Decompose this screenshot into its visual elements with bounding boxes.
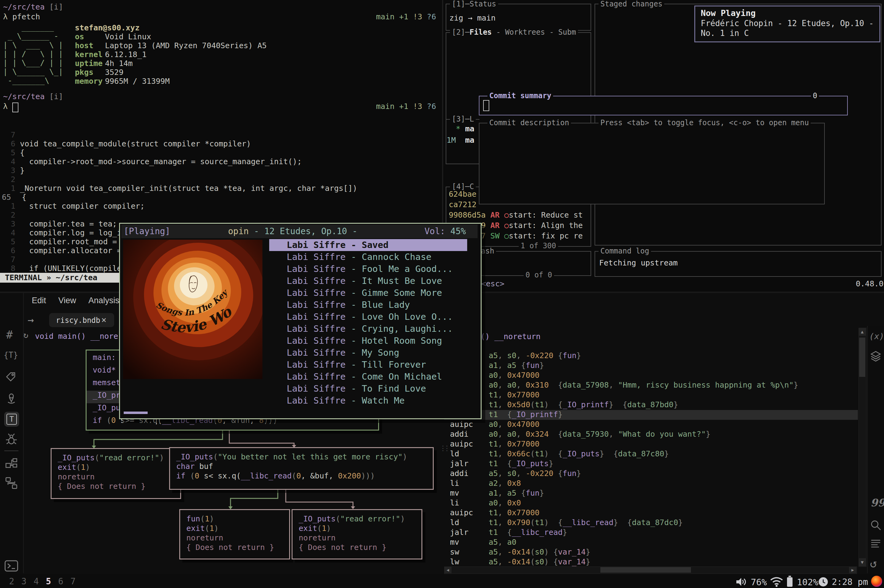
workspace-7[interactable]: 7: [67, 576, 79, 586]
graph-node-line: exit(1): [299, 524, 422, 533]
workspace-5[interactable]: 5: [42, 576, 55, 586]
battery-icon[interactable]: [786, 576, 793, 588]
playlist-track[interactable]: Labi Siffre - Come On Michael: [267, 371, 473, 383]
playlist-track[interactable]: Labi Siffre - My Song: [267, 347, 473, 359]
graph-node-line: fun(1): [186, 514, 289, 524]
commit-description-hint: Press <tab> to toggle focus, <c-o> to op…: [599, 119, 810, 127]
playlist-track[interactable]: Labi Siffre - Blue Lady: [267, 299, 473, 311]
playlist-track[interactable]: Labi Siffre - To Find Love: [267, 383, 473, 394]
notification-line2: No. 1 in C: [701, 28, 749, 38]
commit-summary-title: Commit summary: [488, 92, 553, 100]
graph-node-line: _IO_puts("read error!"): [58, 453, 180, 463]
playlist-track[interactable]: Labi Siffre - Hotel Room Song: [267, 335, 473, 347]
graph-node-line: { Does not return }: [186, 543, 289, 552]
notification-title: Now Playing: [701, 8, 756, 18]
commit-description-title: Commit description: [488, 119, 571, 127]
music-player-window[interactable]: [Playing] opin - 12 Etudes, Op.10 - Vol:…: [119, 223, 482, 419]
playlist-track[interactable]: Labi Siffre - Gimme Some More: [267, 287, 473, 299]
graph-node-line: { Does not return }: [299, 543, 422, 552]
tray-app-icon[interactable]: [871, 576, 882, 587]
graph-node-line: char buf: [176, 462, 433, 471]
player-progress-bar[interactable]: [124, 411, 148, 414]
playlist-track[interactable]: Labi Siffre - It Must Be Love: [267, 275, 473, 287]
commit-description-popup[interactable]: [479, 123, 825, 204]
notification-line1: Frédéric Chopin - 12 Etudes, Op.10 -: [701, 19, 874, 28]
desktop: ~/src/tea [i] λ pfetch main +1 !3 ?6 ___…: [0, 0, 884, 588]
graph-node-line: _IO_puts("You better not let this get mo…: [176, 452, 433, 462]
graph-node-riscy[interactable]: _IO_puts("You better not let this get mo…: [169, 447, 434, 490]
now-playing-notification[interactable]: Now Playing Frédéric Chopin - 12 Etudes,…: [694, 6, 880, 42]
player-state: [Playing]: [124, 226, 170, 236]
playlist-track[interactable]: Labi Siffre - Saved: [269, 239, 467, 251]
volume-level: 76%: [751, 577, 767, 587]
playlist-track[interactable]: Labi Siffre - Till Forever: [267, 359, 473, 371]
clock-icon: [818, 577, 828, 588]
workspace-4[interactable]: 4: [30, 576, 42, 586]
battery-level: 102%: [797, 577, 818, 587]
workspace-6[interactable]: 6: [55, 576, 67, 586]
graph-node-line: exit(1): [58, 463, 180, 472]
player-track-title: opin - 12 Etudes, Op.10 -: [228, 226, 357, 236]
graph-node-line: _IO_puts("read error!"): [299, 514, 422, 524]
playlist-track[interactable]: Labi Siffre - Cannock Chase: [267, 251, 473, 263]
graph-node-fun-exit[interactable]: fun(1)exit(1)noreturn{ Does not return }: [179, 509, 290, 560]
workspace-switcher[interactable]: 234567: [6, 576, 79, 586]
commit-summary-char-count: 0: [811, 92, 819, 100]
graph-node-line: noreturn: [299, 533, 422, 543]
graph-node-line: { Does not return }: [58, 482, 180, 491]
graph-node-read-error-1[interactable]: _IO_puts("read error!")exit(1)noreturn{ …: [51, 448, 181, 499]
playlist-track[interactable]: Labi Siffre - Watch Me: [267, 394, 473, 406]
playlist-track[interactable]: Labi Siffre - Love Oh Love O...: [267, 311, 473, 323]
player-volume[interactable]: Vol: 45%: [425, 226, 466, 236]
album-art: Songs In The Key of Life Stevie Wonder: [123, 240, 263, 379]
playlist-track[interactable]: Labi Siffre - Crying, Laughi...: [267, 323, 473, 335]
wifi-icon[interactable]: [770, 577, 783, 588]
clock-time: 2:28 pm: [832, 577, 868, 587]
workspace-2[interactable]: 2: [6, 576, 18, 586]
graph-node-read-error-2[interactable]: _IO_puts("read error!")exit(1)noreturn{ …: [291, 509, 422, 560]
playlist-track[interactable]: Labi Siffre - Fool Me a Good...: [267, 263, 473, 275]
graph-node-line: exit(1): [186, 524, 289, 533]
playlist[interactable]: Labi Siffre - SavedLabi Siffre - Cannock…: [267, 239, 473, 406]
graph-node-line: if (0 s< sx.q(__libc_read(0, &buf, 0x200…: [176, 471, 433, 481]
graph-node-line: noreturn: [186, 533, 289, 543]
volume-icon[interactable]: [735, 577, 747, 588]
commit-summary-cursor: [483, 100, 489, 111]
graph-node-line: noreturn: [58, 472, 180, 482]
workspace-3[interactable]: 3: [18, 576, 30, 586]
